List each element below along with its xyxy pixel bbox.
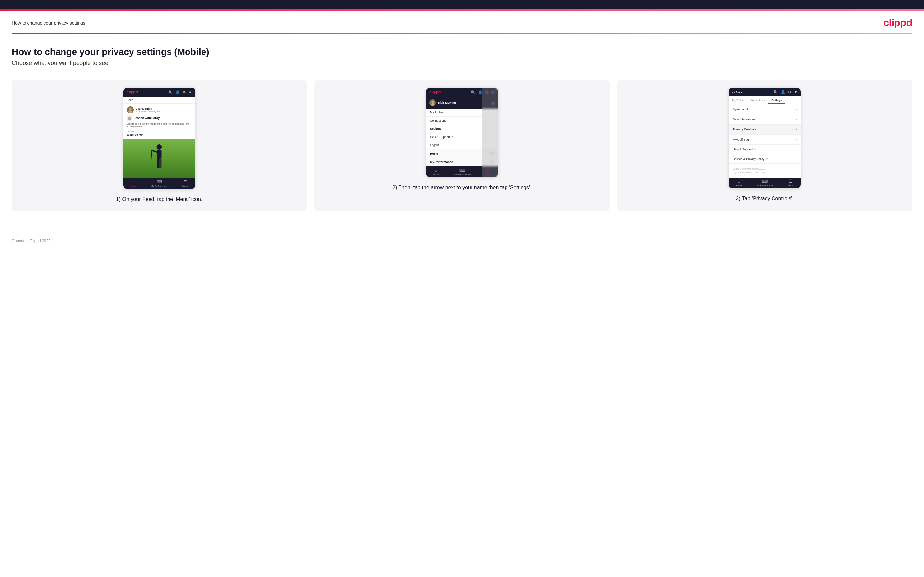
svg-rect-8 — [159, 158, 161, 168]
chevron-down-icon: ▼ — [491, 160, 494, 164]
chevron-right-icon: 〉 — [796, 127, 797, 131]
step3-nav-home: ⌂ Home — [736, 179, 742, 187]
home-icon: ⌂ — [435, 168, 438, 172]
menu-overlay: My Profile Connections Settings Help & S… — [426, 108, 498, 166]
settings-item-privacy-policy[interactable]: Service & Privacy Policy ↗ — [729, 154, 801, 164]
step1-nav-home: ⌂ Home — [131, 180, 137, 187]
feed-tab: Feed — [123, 97, 195, 104]
performance-icon: ⌨ — [459, 168, 465, 172]
step1-nav-menu[interactable]: ☰ Menu — [182, 180, 188, 187]
menu-section-performance[interactable]: My Performance ▼ — [426, 158, 498, 166]
more-icon: ▼ — [491, 90, 495, 95]
golf-image — [123, 139, 195, 178]
steps-grid: clippd 🔍 👤 ⚙ ▼ Feed — [12, 80, 912, 211]
back-button[interactable]: ‹ ‹ Back — [732, 90, 742, 94]
tab-my-profile[interactable]: My Profile — [729, 97, 747, 104]
copyright-text: Copyright Clippd 2022 — [12, 239, 51, 243]
settings-item-my-account[interactable]: My Account 〉 — [729, 104, 801, 114]
search-icon: 🔍 — [471, 90, 475, 95]
settings-icon: ⚙ — [485, 90, 488, 95]
page-subheading: Choose what you want people to see — [12, 60, 912, 67]
menu-user-header: Blair McHarg ▲ — [426, 97, 498, 108]
chevron-up-icon[interactable]: ▲ — [491, 101, 495, 105]
step1-phone-logo: clippd — [127, 90, 138, 95]
settings-item-help-support[interactable]: Help & Support ↗ — [729, 145, 801, 154]
menu-user-name: Blair McHarg — [438, 101, 456, 104]
step3-nav-menu: ☰ Menu — [788, 179, 794, 187]
lesson-icon: 🏫 — [127, 115, 132, 121]
svg-rect-7 — [157, 158, 159, 168]
step3-phone: ‹ ‹ Back 🔍 👤 ⚙ ▼ My Profile — [729, 88, 801, 188]
step3-phone-icons: 🔍 👤 ⚙ ▼ — [774, 90, 797, 94]
menu-user-left: Blair McHarg — [429, 99, 456, 106]
svg-point-1 — [129, 108, 131, 111]
profile-icon: 👤 — [478, 90, 483, 95]
step1-phone: clippd 🔍 👤 ⚙ ▼ Feed — [123, 88, 195, 189]
duration-label: Duration — [127, 130, 192, 133]
feed-avatar — [127, 106, 134, 113]
settings-item-data-integrations[interactable]: Data Integrations 〉 — [729, 114, 801, 124]
feed-content: Blair McHarg Yesterday · Sunningdale 🏫 L… — [123, 104, 195, 139]
step2-phone: clippd 🔍 👤 ⚙ ▼ — [426, 88, 498, 177]
back-chevron-icon: ‹ — [732, 90, 733, 94]
lesson-row: 🏫 Lesson with Fordy — [127, 115, 192, 121]
duration-value: 01 hr : 30 min — [127, 133, 192, 136]
svg-line-6 — [151, 150, 152, 162]
more-icon: ▼ — [189, 90, 192, 95]
home-icon: ⌂ — [132, 180, 134, 184]
menu-user-avatar — [429, 99, 436, 106]
home-icon: ⌂ — [738, 179, 740, 184]
menu-item-settings[interactable]: Settings — [426, 125, 498, 133]
settings-item-golf-bag[interactable]: My Golf Bag 〉 — [729, 135, 801, 145]
svg-rect-4 — [157, 150, 161, 159]
step2-phone-icons: 🔍 👤 ⚙ ▼ — [471, 90, 495, 95]
tab-settings[interactable]: Settings — [768, 97, 785, 104]
step1-phone-nav: clippd 🔍 👤 ⚙ ▼ — [123, 88, 195, 97]
tab-connections[interactable]: Connections — [747, 97, 768, 104]
page-heading: How to change your privacy settings (Mob… — [12, 47, 912, 57]
search-icon: 🔍 — [774, 90, 778, 94]
settings-item-privacy-controls[interactable]: Privacy Controls 〉 — [729, 124, 801, 135]
step-3-card: ‹ ‹ Back 🔍 👤 ⚙ ▼ My Profile — [617, 80, 912, 211]
profile-icon: 👤 — [781, 90, 785, 94]
performance-icon: ⌨ — [762, 179, 767, 184]
step3-caption: 3) Tap ‘Privacy Controls’. — [736, 195, 794, 203]
menu-icon: ☰ — [789, 179, 793, 184]
step2-nav-home: ⌂ Home — [433, 168, 439, 176]
header: How to change your privacy settings clip… — [0, 11, 924, 33]
step2-phone-logo: clippd — [429, 90, 441, 95]
step2-bottom-nav: ⌂ Home ⌨ My Performance ✕ Menu — [426, 166, 498, 177]
lesson-title: Lesson with Fordy — [134, 116, 160, 120]
step3-bottom-nav: ⌂ Home ⌨ My Performance ☰ Menu — [729, 177, 801, 188]
menu-section-home[interactable]: Home ▼ — [426, 149, 498, 158]
settings-version: Clippd Client Version: 2022.8.3-3 GQL Se… — [729, 164, 801, 177]
step-1-card: clippd 🔍 👤 ⚙ ▼ Feed — [12, 80, 307, 211]
chevron-right-icon: 〉 — [796, 107, 797, 111]
settings-list: My Account 〉 Data Integrations 〉 Privacy… — [729, 104, 801, 164]
step2-nav-menu: ✕ Menu — [485, 168, 491, 176]
search-icon: 🔍 — [168, 90, 173, 95]
more-icon: ▼ — [794, 90, 797, 94]
feed-user-sub: Yesterday · Sunningdale — [136, 110, 161, 113]
step1-phone-icons: 🔍 👤 ⚙ ▼ — [168, 90, 192, 95]
header-title: How to change your privacy settings — [12, 20, 86, 26]
svg-point-3 — [157, 145, 162, 150]
top-bar — [0, 0, 924, 9]
chevron-right-icon: 〉 — [796, 118, 797, 121]
step1-nav-performance: ⌨ My Performance — [151, 180, 168, 187]
feed-user-row: Blair McHarg Yesterday · Sunningdale — [127, 106, 192, 113]
svg-point-10 — [431, 101, 433, 103]
menu-item-help[interactable]: Help & Support ↗ — [426, 133, 498, 141]
profile-icon: 👤 — [175, 90, 180, 95]
feed-user-name: Blair McHarg — [136, 107, 161, 110]
close-icon[interactable]: ✕ — [486, 168, 489, 172]
menu-item-connections[interactable]: Connections — [426, 117, 498, 125]
menu-item-my-profile[interactable]: My Profile — [426, 108, 498, 117]
version-line2: GQL Server Version: 2022.7.30-1 — [733, 171, 797, 174]
menu-icon: ☰ — [183, 180, 187, 184]
main-content: How to change your privacy settings (Mob… — [0, 34, 924, 231]
step1-caption: 1) On your Feed, tap the ‘Menu’ icon. — [116, 195, 202, 203]
menu-item-logout[interactable]: Logout — [426, 141, 498, 149]
settings-icon: ⚙ — [788, 90, 791, 94]
chevron-right-icon: 〉 — [796, 138, 797, 142]
